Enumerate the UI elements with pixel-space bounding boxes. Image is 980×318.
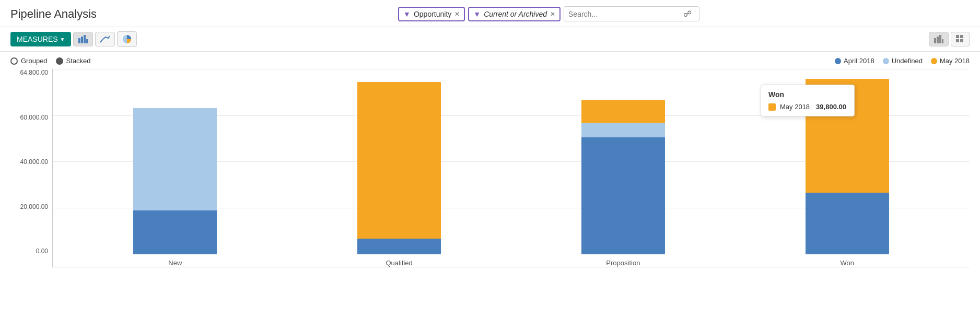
y-axis: 64,800.00 60,000.00 40,000.00 20,000.00 … [10,69,52,267]
tooltip-row-value: 39,800.00 [816,103,846,111]
funnel-icon-opportunity: ▼ [403,10,411,18]
stacked-label: Stacked [66,57,91,65]
filter-tag-opportunity[interactable]: ▼ Opportunity ✕ [398,7,465,21]
legend-dot-may [931,58,937,64]
filter-close-archived[interactable]: ✕ [550,10,555,18]
bar-proposition-undefined [581,123,665,137]
bar-stack-new[interactable] [133,108,217,254]
filter-tag-archived[interactable]: ▼ Current or Archived ✕ [468,7,561,21]
filter-label-archived: Current or Archived [484,10,547,18]
bar-chart-icon [78,35,88,43]
svg-rect-1 [81,37,83,43]
search-input[interactable] [568,10,683,18]
toolbar-left: MEASURES ▼ [10,31,137,47]
legend-dot-undefined [883,58,889,64]
legend-label-april: April 2018 [844,57,874,65]
measures-label: MEASURES [17,35,58,43]
legend-undefined: Undefined [883,57,923,65]
line-chart-button[interactable] [95,32,115,46]
y-label-3: 20,000.00 [20,203,48,210]
chart-options-row: Grouped Stacked April 2018 Undefined May… [10,57,970,65]
filter-label-opportunity: Opportunity [414,10,451,18]
filter-area: ▼ Opportunity ✕ ▼ Current or Archived ✕ … [128,6,970,21]
tooltip: Won May 2018 39,800.00 [761,85,855,116]
legend-label-may: May 2018 [940,57,970,65]
chart-area: Grouped Stacked April 2018 Undefined May… [0,52,980,292]
grid-view-button[interactable] [951,32,970,46]
measures-arrow-icon: ▼ [60,37,65,42]
svg-rect-12 [960,39,963,42]
bar-qualified-may [357,82,441,239]
header: Pipeline Analysis ▼ Opportunity ✕ ▼ Curr… [0,0,980,27]
x-label-new: New [133,259,217,267]
funnel-icon-archived: ▼ [473,10,481,18]
svg-rect-11 [956,39,959,42]
pie-chart-button[interactable] [117,31,137,47]
y-label-2: 40,000.00 [20,158,48,166]
bar-chart-button[interactable] [73,32,93,46]
bar-proposition-april [581,137,665,254]
bar-new-undefined [133,108,217,210]
search-icon[interactable]: ☍ [683,9,692,19]
svg-rect-0 [78,38,80,43]
y-label-1: 60,000.00 [20,114,48,121]
bar-new-april [133,210,217,254]
svg-rect-5 [934,38,936,43]
bar-group-qualified [357,82,441,254]
grouped-label: Grouped [21,57,48,65]
svg-rect-8 [942,39,943,43]
bar-group-proposition [581,100,665,254]
x-label-won: Won [806,259,889,267]
legend-area: April 2018 Undefined May 2018 [835,57,970,65]
x-labels: New Qualified Proposition Won [53,259,970,267]
legend-april: April 2018 [835,57,874,65]
grid-view-icon [956,35,964,43]
filter-close-opportunity[interactable]: ✕ [454,10,460,18]
pie-chart-icon [122,34,132,44]
svg-rect-6 [937,37,939,43]
grouped-option[interactable]: Grouped [10,57,48,65]
svg-rect-10 [960,35,963,38]
tooltip-row-label: May 2018 [780,103,810,111]
chart-content: Won May 2018 39,800.00 New Qualified Pro… [52,69,970,267]
bar-view-icon [934,35,943,43]
legend-label-undefined: Undefined [892,57,923,65]
search-box[interactable]: ☍ [564,6,699,21]
svg-rect-7 [939,35,941,43]
toolbar-right [929,32,970,46]
tooltip-row: May 2018 39,800.00 [768,103,847,111]
svg-rect-2 [84,35,86,43]
page-title: Pipeline Analysis [10,7,97,21]
svg-rect-9 [956,35,959,38]
stacked-option[interactable]: Stacked [56,57,91,65]
bar-qualified-april [357,239,441,254]
svg-rect-3 [86,39,88,43]
bar-stack-qualified[interactable] [357,82,441,254]
line-chart-icon [100,35,110,43]
chart-wrapper: 64,800.00 60,000.00 40,000.00 20,000.00 … [10,69,970,267]
tooltip-color-box [768,103,776,111]
bar-stack-proposition[interactable] [581,100,665,254]
tooltip-title: Won [768,90,847,99]
bar-won-april [806,193,889,254]
toolbar: MEASURES ▼ [0,27,980,52]
x-label-proposition: Proposition [581,259,665,267]
x-label-qualified: Qualified [357,259,441,267]
y-label-0: 64,800.00 [20,69,48,76]
legend-dot-april [835,58,841,64]
bar-view-button[interactable] [929,32,949,46]
y-label-4: 0.00 [36,248,48,255]
stacked-radio[interactable] [56,57,63,65]
measures-button[interactable]: MEASURES ▼ [10,32,71,46]
bar-group-new [133,108,217,254]
grouped-radio[interactable] [10,57,18,65]
bar-proposition-may [581,100,665,123]
legend-may: May 2018 [931,57,970,65]
